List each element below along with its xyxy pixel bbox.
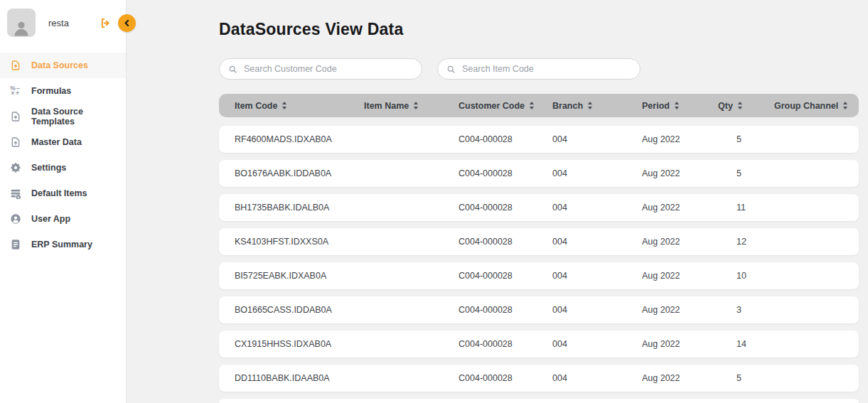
cell-customer-code: C004-000028 <box>459 134 552 144</box>
cell-customer-code: C004-000028 <box>459 339 552 349</box>
file-upload-icon <box>9 60 23 71</box>
column-label: Customer Code <box>459 101 525 111</box>
sort-arrows-icon <box>587 102 593 109</box>
sort-arrows-icon <box>737 102 743 109</box>
cell-qty: 5 <box>718 134 774 144</box>
sidebar-item-label: ERP Summary <box>31 240 92 249</box>
table-row[interactable]: DD1110BABK.IDAAB0A C004-000028 004 Aug 2… <box>219 365 859 392</box>
cell-customer-code: C004-000028 <box>459 237 552 247</box>
sidebar-item-master-data[interactable]: Master Data <box>0 129 126 155</box>
math-symbols-icon: %−×+ <box>9 86 23 97</box>
sidebar-item-label: User App <box>31 214 70 224</box>
sidebar-item-formulas[interactable]: %−×+ Formulas <box>0 78 126 104</box>
column-label: Period <box>642 101 670 111</box>
table-header: Item Code Item Name Customer Code Branch… <box>219 94 859 117</box>
sidebar-item-data-sources[interactable]: Data Sources <box>0 53 126 78</box>
cell-period: Aug 2022 <box>642 305 718 315</box>
cell-branch: 004 <box>552 237 642 247</box>
logout-icon[interactable] <box>100 17 112 29</box>
file-upload-icon <box>9 111 23 122</box>
table-body: RF4600MADS.IDXAB0A C004-000028 004 Aug 2… <box>219 126 859 403</box>
user-panel: resta <box>0 0 126 47</box>
sidebar-item-default-items[interactable]: Default Items <box>0 181 126 206</box>
file-upload-icon <box>9 136 23 148</box>
cell-item-code: DD1110BABK.IDAAB0A <box>219 373 364 383</box>
sidebar-item-label: Master Data <box>31 137 82 147</box>
search-item-box <box>437 58 641 80</box>
cell-branch: 004 <box>552 271 642 281</box>
column-header-group-channel[interactable]: Group Channel <box>774 101 859 111</box>
sidebar-item-data-source-templates[interactable]: Data Source Templates <box>0 104 126 129</box>
cell-qty: 5 <box>718 373 774 383</box>
cell-customer-code: C004-000028 <box>459 271 552 281</box>
cell-qty: 12 <box>718 237 774 247</box>
cell-qty: 5 <box>718 168 774 178</box>
sidebar-item-label: Default Items <box>31 188 87 198</box>
search-customer-input[interactable] <box>244 64 413 74</box>
cell-qty: 11 <box>718 203 774 213</box>
cell-branch: 004 <box>552 203 642 213</box>
column-header-item-code[interactable]: Item Code <box>219 101 364 111</box>
avatar <box>7 9 36 37</box>
cell-period: Aug 2022 <box>642 237 718 247</box>
table-row[interactable]: BO1665CASS.IDDAB0A C004-000028 004 Aug 2… <box>219 296 859 323</box>
user-name: resta <box>48 18 69 28</box>
sidebar-item-label: Settings <box>31 163 66 173</box>
table-row[interactable]: BO1676AABK.IDDAB0A C004-000028 004 Aug 2… <box>219 160 859 187</box>
table-row[interactable]: BH1735BABK.IDALB0A C004-000028 004 Aug 2… <box>219 194 859 221</box>
sort-arrows-icon <box>529 102 535 109</box>
table-row[interactable]: RF4600MADS.IDXAB0A C004-000028 004 Aug 2… <box>219 126 859 153</box>
cell-branch: 004 <box>552 134 642 144</box>
column-label: Item Name <box>364 101 409 111</box>
column-header-item-name[interactable]: Item Name <box>364 101 459 111</box>
cell-period: Aug 2022 <box>642 339 718 349</box>
cell-period: Aug 2022 <box>642 203 718 213</box>
main-content: DataSources View Data Item Code Item Nam… <box>127 0 868 403</box>
cell-customer-code: C004-000028 <box>459 168 552 178</box>
chevron-left-icon <box>122 18 132 28</box>
cell-customer-code: C004-000028 <box>459 305 552 315</box>
cell-item-code: BH1735BABK.IDALB0A <box>219 203 364 213</box>
cell-branch: 004 <box>552 305 642 315</box>
column-label: Item Code <box>235 101 277 111</box>
cell-item-code: BO1665CASS.IDDAB0A <box>219 305 364 315</box>
sidebar-nav: Data Sources %−×+ Formulas Data Source T… <box>0 53 126 257</box>
column-header-qty[interactable]: Qty <box>718 101 774 111</box>
search-item-input[interactable] <box>462 64 631 74</box>
cell-item-code: KS4103HFST.IDXXS0A <box>219 237 364 247</box>
cell-item-code: BI5725EABK.IDXAB0A <box>219 271 364 281</box>
gear-icon <box>9 162 23 173</box>
table-row[interactable]: CX1915HHSS.IDXAB0A C004-000028 004 Aug 2… <box>219 331 859 358</box>
cell-customer-code: C004-000028 <box>459 203 552 213</box>
sidebar-item-erp-summary[interactable]: ERP Summary <box>0 232 126 257</box>
column-header-branch[interactable]: Branch <box>552 101 642 111</box>
sidebar-item-label: Data Sources <box>31 60 88 70</box>
list-gear-icon <box>9 188 23 199</box>
cell-qty: 3 <box>718 305 774 315</box>
sidebar: resta Data Sources %−×+ <box>0 0 127 403</box>
sort-arrows-icon <box>842 102 848 109</box>
search-customer-box <box>219 58 422 80</box>
cell-period: Aug 2022 <box>642 134 718 144</box>
cell-branch: 004 <box>552 339 642 349</box>
column-label: Qty <box>718 101 733 111</box>
column-label: Group Channel <box>774 101 838 111</box>
search-icon <box>228 65 237 74</box>
sidebar-item-settings[interactable]: Settings <box>0 155 126 181</box>
column-header-customer-code[interactable]: Customer Code <box>459 101 552 111</box>
table-row-partial <box>219 399 859 403</box>
user-circle-icon <box>9 213 23 225</box>
sidebar-collapse-button[interactable] <box>118 14 136 32</box>
column-header-period[interactable]: Period <box>642 101 718 111</box>
sort-arrows-icon <box>282 102 287 109</box>
cell-branch: 004 <box>552 373 642 383</box>
sidebar-item-user-app[interactable]: User App <box>0 206 126 232</box>
cell-item-code: CX1915HHSS.IDXAB0A <box>219 339 364 349</box>
table-row[interactable]: BI5725EABK.IDXAB0A C004-000028 004 Aug 2… <box>219 262 859 289</box>
cell-period: Aug 2022 <box>642 271 718 281</box>
sidebar-item-label: Formulas <box>31 86 71 96</box>
table-row[interactable]: KS4103HFST.IDXXS0A C004-000028 004 Aug 2… <box>219 228 859 255</box>
column-label: Branch <box>552 101 583 111</box>
cell-customer-code: C004-000028 <box>459 373 552 383</box>
person-icon <box>12 18 31 37</box>
